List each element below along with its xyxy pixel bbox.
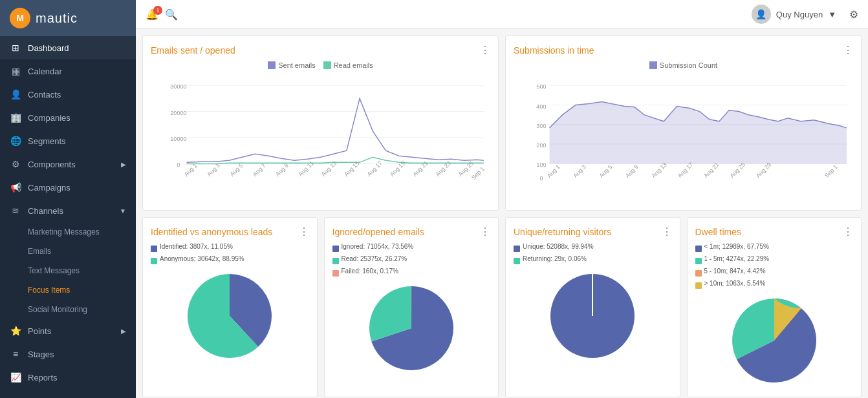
widget-menu-icon[interactable]: ⋮ bbox=[480, 225, 490, 238]
y-axis-label: 400 bbox=[536, 103, 546, 110]
points-icon: ⭐ bbox=[10, 326, 21, 336]
legend-label: Anonymous: 30642x, 88.95% bbox=[160, 255, 244, 262]
x-label: Aug 1 bbox=[546, 163, 561, 179]
widget-menu-icon[interactable]: ⋮ bbox=[843, 225, 853, 238]
sidebar-sub-focus-items[interactable]: Focus Items bbox=[0, 280, 136, 300]
legend-item: Ignored: 71054x, 73.56% bbox=[332, 243, 491, 254]
sidebar-item-label: Calendar bbox=[28, 67, 126, 76]
pie-chart-container bbox=[695, 292, 854, 389]
segments-icon: 🌐 bbox=[10, 136, 21, 146]
stages-icon: ≡ bbox=[10, 349, 21, 359]
legend-color bbox=[695, 282, 702, 289]
sidebar-sub-emails[interactable]: Emails bbox=[0, 242, 136, 261]
legend-item: Identified: 3807x, 11.05% bbox=[151, 243, 309, 254]
notification-badge: 1 bbox=[153, 6, 162, 15]
legend-item: Anonymous: 30642x, 88.95% bbox=[151, 255, 309, 266]
sidebar-item-label: Components bbox=[28, 160, 114, 169]
sidebar-sub-marketing-messages[interactable]: Marketing Messages bbox=[0, 222, 136, 242]
sidebar-item-companies[interactable]: 🏢 Companies bbox=[0, 106, 136, 129]
x-label: Aug 5 bbox=[598, 163, 614, 179]
legend-item: Unique: 52088x, 99.94% bbox=[514, 243, 672, 254]
widget-header: Dwell times ⋮ bbox=[695, 225, 854, 238]
logo-icon: M bbox=[10, 8, 30, 28]
search-button[interactable]: 🔍 bbox=[165, 8, 178, 21]
sidebar-sub-social-monitoring[interactable]: Social Monitoring bbox=[0, 300, 136, 319]
user-menu[interactable]: 👤 Quy Nguyen ▼ bbox=[752, 5, 836, 24]
x-label: Aug 1 bbox=[183, 162, 199, 178]
y-axis-label: 30000 bbox=[170, 83, 186, 90]
widget-title: Emails sent / opened bbox=[151, 45, 235, 56]
x-label: Sep 1 bbox=[823, 163, 839, 179]
sidebar-sub-text-messages[interactable]: Text Messages bbox=[0, 261, 136, 280]
sidebar-item-segments[interactable]: 🌐 Segments bbox=[0, 129, 136, 152]
sidebar-item-label: Points bbox=[28, 326, 114, 336]
legend-color bbox=[695, 258, 702, 264]
x-label: Aug 17 bbox=[366, 160, 384, 178]
x-label: Sep 1 bbox=[470, 165, 486, 181]
pie-chart-container bbox=[332, 280, 491, 377]
sidebar-item-contacts[interactable]: 👤 Contacts bbox=[0, 83, 136, 106]
sidebar-item-reports[interactable]: 📈 Reports bbox=[0, 366, 136, 389]
emails-chart-area: 30000 20000 10000 0 Aug 1 Aug 3 bbox=[151, 73, 490, 202]
pie-legend: Ignored: 71054x, 73.56% Read: 25375x, 26… bbox=[332, 243, 491, 278]
companies-icon: 🏢 bbox=[10, 112, 21, 123]
components-icon: ⚙ bbox=[10, 159, 21, 169]
chevron-down-icon: ▼ bbox=[120, 207, 126, 215]
legend-read-label: Read emails bbox=[334, 61, 373, 69]
sidebar-item-calendar[interactable]: ▦ Calendar bbox=[0, 59, 136, 83]
widget-header: Ignored/opened emails ⋮ bbox=[332, 225, 491, 238]
widget-menu-icon[interactable]: ⋮ bbox=[662, 225, 672, 238]
legend-color bbox=[332, 258, 339, 264]
legend-label: Identified: 3807x, 11.05% bbox=[160, 243, 233, 250]
widget-menu-icon[interactable]: ⋮ bbox=[843, 44, 853, 56]
legend-color bbox=[695, 246, 702, 252]
sidebar-item-channels[interactable]: ≋ Channels ▼ bbox=[0, 199, 136, 222]
widget-legend: Submission Count bbox=[514, 61, 853, 69]
y-axis-label: 200 bbox=[536, 142, 546, 149]
y-axis-label: 300 bbox=[536, 123, 546, 129]
widget-legend: Sent emails Read emails bbox=[151, 61, 490, 69]
widget-header: Unique/returning visitors ⋮ bbox=[514, 225, 672, 238]
logo: M mautic bbox=[0, 0, 136, 36]
y-axis-label: 10000 bbox=[170, 136, 186, 142]
y-axis-label: 500 bbox=[536, 83, 546, 90]
legend-item: Returning: 29x, 0.06% bbox=[514, 255, 672, 266]
notification-bell[interactable]: 🔔 1 bbox=[146, 8, 158, 21]
widget-title: Submissions in time bbox=[514, 45, 594, 56]
sidebar-item-label: Channels bbox=[28, 206, 113, 216]
submissions-chart-svg: 500 400 300 200 100 0 Aug 1 Aug 3 bbox=[514, 73, 853, 202]
x-label: Aug 3 bbox=[572, 163, 587, 179]
reports-icon: 📈 bbox=[10, 372, 21, 382]
widget-title: Ignored/opened emails bbox=[332, 227, 424, 237]
sidebar-nav: ⊞ Dashboard ▦ Calendar 👤 Contacts 🏢 Comp… bbox=[0, 36, 136, 398]
dashboard-content: Emails sent / opened ⋮ Sent emails Read … bbox=[136, 29, 868, 398]
sidebar-item-stages[interactable]: ≡ Stages bbox=[0, 342, 136, 366]
x-label: Aug 5 bbox=[229, 162, 244, 178]
sidebar-item-components[interactable]: ⚙ Components ▶ bbox=[0, 152, 136, 176]
legend-label: Failed: 160x, 0.17% bbox=[342, 267, 398, 275]
y-axis-label: 0 bbox=[177, 162, 180, 168]
sidebar-item-campaigns[interactable]: 📢 Campaigns bbox=[0, 176, 136, 199]
y-axis-label: 0 bbox=[539, 175, 543, 182]
ignored-pie-chart bbox=[369, 286, 453, 370]
legend-sent-color bbox=[268, 61, 276, 69]
legend-item: < 1m; 12989x, 67.75% bbox=[695, 243, 854, 254]
channels-icon: ≋ bbox=[10, 205, 21, 216]
sidebar-item-label: Campaigns bbox=[28, 183, 126, 193]
x-label: Aug 3 bbox=[206, 162, 221, 178]
legend-label: Submission Count bbox=[660, 61, 717, 69]
settings-gear-icon[interactable]: ⚙ bbox=[849, 8, 858, 21]
widget-menu-icon[interactable]: ⋮ bbox=[299, 225, 309, 238]
pie-legend: < 1m; 12989x, 67.75% 1 - 5m; 4274x, 22.2… bbox=[695, 243, 854, 291]
identified-leads-widget: Identified vs anonymous leads ⋮ Identifi… bbox=[142, 217, 318, 397]
legend-color bbox=[151, 258, 157, 264]
sidebar-item-points[interactable]: ⭐ Points ▶ bbox=[0, 319, 136, 342]
widget-header: Identified vs anonymous leads ⋮ bbox=[151, 225, 309, 238]
widget-menu-icon[interactable]: ⋮ bbox=[480, 44, 490, 56]
sidebar-item-label: Dashboard bbox=[28, 43, 126, 53]
submissions-chart-area: 500 400 300 200 100 0 Aug 1 Aug 3 bbox=[514, 73, 853, 202]
sidebar-item-dashboard[interactable]: ⊞ Dashboard bbox=[0, 36, 136, 59]
y-axis-label: 20000 bbox=[170, 110, 186, 116]
legend-color bbox=[332, 246, 339, 252]
pie-chart-container bbox=[514, 267, 672, 364]
